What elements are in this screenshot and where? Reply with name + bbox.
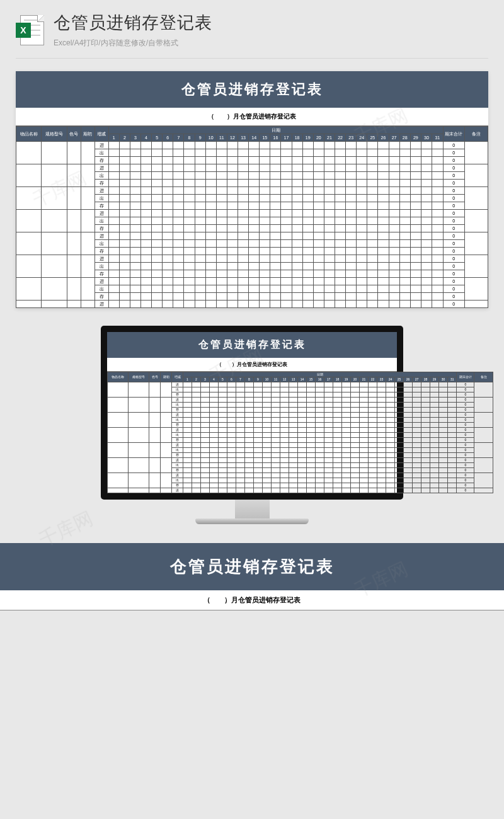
- cell-day[interactable]: [346, 157, 357, 164]
- cell-day[interactable]: [183, 478, 192, 483]
- cell-day[interactable]: [298, 473, 307, 478]
- cell-day[interactable]: [313, 149, 324, 157]
- cell-day[interactable]: [130, 164, 140, 172]
- cell-day[interactable]: [360, 403, 369, 408]
- cell-day[interactable]: [184, 180, 195, 187]
- cell-day[interactable]: [404, 473, 413, 478]
- cell-day[interactable]: [289, 458, 298, 463]
- cell-day[interactable]: [430, 478, 439, 483]
- cell-day[interactable]: [395, 392, 404, 398]
- cell-day[interactable]: [369, 453, 377, 458]
- cell-day[interactable]: [254, 387, 263, 392]
- cell-color[interactable]: [67, 164, 81, 187]
- cell-day[interactable]: [324, 428, 333, 433]
- cell-day[interactable]: [260, 164, 270, 172]
- cell-day[interactable]: [386, 463, 395, 468]
- cell-day[interactable]: [432, 180, 443, 187]
- cell-day[interactable]: [395, 403, 404, 408]
- cell-day[interactable]: [263, 392, 272, 398]
- cell-day[interactable]: [280, 403, 289, 408]
- cell-day[interactable]: [163, 180, 173, 187]
- cell-day[interactable]: [163, 142, 173, 149]
- cell-day[interactable]: [395, 413, 404, 418]
- cell-day[interactable]: [152, 187, 163, 195]
- cell-day[interactable]: [410, 248, 421, 255]
- cell-day[interactable]: [395, 468, 404, 473]
- cell-day[interactable]: [404, 468, 413, 473]
- cell-day[interactable]: [292, 195, 302, 202]
- cell-day[interactable]: [357, 172, 367, 180]
- cell-day[interactable]: [377, 453, 386, 458]
- cell-day[interactable]: [316, 408, 324, 413]
- cell-day[interactable]: [152, 285, 163, 293]
- cell-day[interactable]: [377, 418, 386, 423]
- cell-day[interactable]: [260, 172, 270, 180]
- cell-day[interactable]: [289, 398, 298, 403]
- cell-day[interactable]: [163, 172, 173, 180]
- cell-day[interactable]: [263, 443, 272, 448]
- cell-day[interactable]: [184, 172, 195, 180]
- cell-day[interactable]: [254, 408, 263, 413]
- cell-color[interactable]: [149, 398, 161, 413]
- cell-day[interactable]: [377, 483, 386, 488]
- cell-day[interactable]: [399, 180, 410, 187]
- cell-day[interactable]: [448, 428, 457, 433]
- cell-day[interactable]: [289, 483, 298, 488]
- cell-day[interactable]: [130, 263, 140, 270]
- cell-day[interactable]: [205, 202, 216, 210]
- cell-day[interactable]: [399, 172, 410, 180]
- cell-day[interactable]: [395, 382, 404, 387]
- cell-day[interactable]: [205, 157, 216, 164]
- cell-day[interactable]: [254, 443, 263, 448]
- cell-day[interactable]: [439, 413, 448, 418]
- cell-day[interactable]: [360, 392, 369, 398]
- cell-day[interactable]: [184, 202, 195, 210]
- cell-day[interactable]: [270, 293, 281, 301]
- cell-day[interactable]: [369, 387, 377, 392]
- cell-spec[interactable]: [42, 232, 67, 255]
- cell-day[interactable]: [108, 217, 119, 225]
- cell-day[interactable]: [280, 428, 289, 433]
- cell-day[interactable]: [421, 443, 430, 448]
- cell-day[interactable]: [210, 483, 219, 488]
- cell-day[interactable]: [413, 398, 421, 403]
- cell-day[interactable]: [439, 423, 448, 428]
- cell-day[interactable]: [430, 443, 439, 448]
- cell-day[interactable]: [272, 483, 280, 488]
- cell-day[interactable]: [249, 293, 260, 301]
- cell-day[interactable]: [369, 458, 377, 463]
- cell-day[interactable]: [108, 210, 119, 217]
- cell-day[interactable]: [201, 408, 210, 413]
- cell-day[interactable]: [260, 217, 270, 225]
- cell-day[interactable]: [333, 478, 342, 483]
- cell-day[interactable]: [289, 403, 298, 408]
- cell-day[interactable]: [421, 142, 432, 149]
- cell-day[interactable]: [184, 195, 195, 202]
- cell-day[interactable]: [439, 478, 448, 483]
- cell-day[interactable]: [421, 270, 432, 278]
- cell-day[interactable]: [130, 149, 140, 157]
- cell-day[interactable]: [357, 285, 367, 293]
- cell-day[interactable]: [357, 195, 367, 202]
- cell-day[interactable]: [302, 172, 313, 180]
- cell-day[interactable]: [377, 382, 386, 387]
- cell-day[interactable]: [410, 278, 421, 285]
- cell-day[interactable]: [254, 473, 263, 478]
- cell-day[interactable]: [263, 448, 272, 453]
- cell-day[interactable]: [389, 172, 399, 180]
- cell-day[interactable]: [333, 438, 342, 443]
- cell-day[interactable]: [152, 270, 163, 278]
- cell-day[interactable]: [281, 195, 292, 202]
- cell-day[interactable]: [173, 149, 184, 157]
- cell-day[interactable]: [389, 217, 399, 225]
- cell-day[interactable]: [245, 408, 254, 413]
- cell-day[interactable]: [360, 458, 369, 463]
- cell-day[interactable]: [389, 225, 399, 232]
- cell-day[interactable]: [192, 438, 201, 443]
- cell-day[interactable]: [386, 423, 395, 428]
- cell-day[interactable]: [307, 413, 316, 418]
- cell-day[interactable]: [152, 232, 163, 240]
- cell-day[interactable]: [410, 255, 421, 263]
- cell-day[interactable]: [335, 232, 345, 240]
- cell-day[interactable]: [378, 248, 389, 255]
